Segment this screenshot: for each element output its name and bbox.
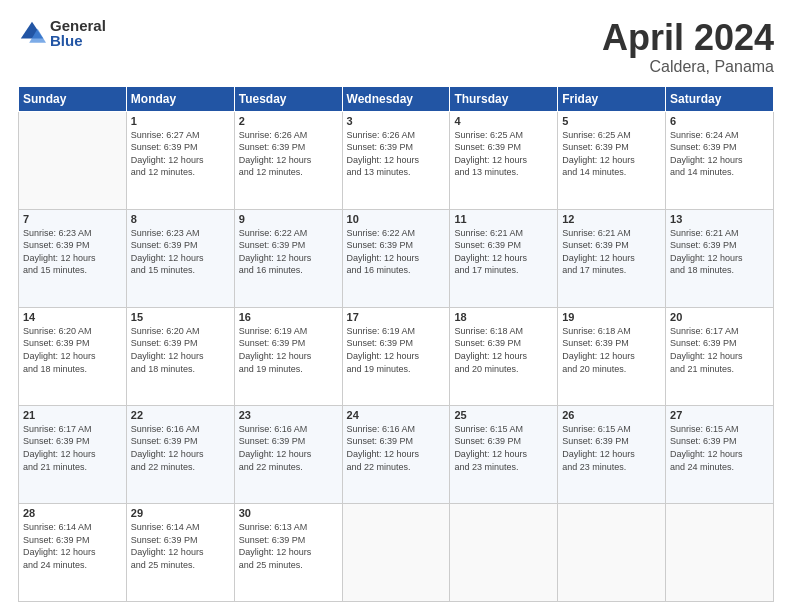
- day-number: 16: [239, 311, 338, 323]
- day-info: Sunrise: 6:19 AM Sunset: 6:39 PM Dayligh…: [347, 325, 446, 375]
- day-number: 13: [670, 213, 769, 225]
- day-info: Sunrise: 6:21 AM Sunset: 6:39 PM Dayligh…: [562, 227, 661, 277]
- day-cell: 3Sunrise: 6:26 AM Sunset: 6:39 PM Daylig…: [342, 111, 450, 209]
- day-number: 12: [562, 213, 661, 225]
- day-cell: 21Sunrise: 6:17 AM Sunset: 6:39 PM Dayli…: [19, 405, 127, 503]
- day-number: 2: [239, 115, 338, 127]
- day-cell: 19Sunrise: 6:18 AM Sunset: 6:39 PM Dayli…: [558, 307, 666, 405]
- day-number: 25: [454, 409, 553, 421]
- day-cell: 8Sunrise: 6:23 AM Sunset: 6:39 PM Daylig…: [126, 209, 234, 307]
- day-info: Sunrise: 6:15 AM Sunset: 6:39 PM Dayligh…: [562, 423, 661, 473]
- col-saturday: Saturday: [666, 86, 774, 111]
- week-row-5: 28Sunrise: 6:14 AM Sunset: 6:39 PM Dayli…: [19, 503, 774, 601]
- day-number: 17: [347, 311, 446, 323]
- day-info: Sunrise: 6:25 AM Sunset: 6:39 PM Dayligh…: [454, 129, 553, 179]
- day-cell: 9Sunrise: 6:22 AM Sunset: 6:39 PM Daylig…: [234, 209, 342, 307]
- day-info: Sunrise: 6:20 AM Sunset: 6:39 PM Dayligh…: [131, 325, 230, 375]
- day-info: Sunrise: 6:26 AM Sunset: 6:39 PM Dayligh…: [239, 129, 338, 179]
- day-number: 19: [562, 311, 661, 323]
- day-number: 5: [562, 115, 661, 127]
- logo: General Blue: [18, 18, 106, 48]
- day-number: 27: [670, 409, 769, 421]
- header: General Blue April 2024 Caldera, Panama: [18, 18, 774, 76]
- day-info: Sunrise: 6:16 AM Sunset: 6:39 PM Dayligh…: [347, 423, 446, 473]
- day-cell: 13Sunrise: 6:21 AM Sunset: 6:39 PM Dayli…: [666, 209, 774, 307]
- day-info: Sunrise: 6:14 AM Sunset: 6:39 PM Dayligh…: [23, 521, 122, 571]
- day-cell: 15Sunrise: 6:20 AM Sunset: 6:39 PM Dayli…: [126, 307, 234, 405]
- day-number: 26: [562, 409, 661, 421]
- day-info: Sunrise: 6:17 AM Sunset: 6:39 PM Dayligh…: [670, 325, 769, 375]
- day-cell: 26Sunrise: 6:15 AM Sunset: 6:39 PM Dayli…: [558, 405, 666, 503]
- day-cell: 4Sunrise: 6:25 AM Sunset: 6:39 PM Daylig…: [450, 111, 558, 209]
- day-cell: 25Sunrise: 6:15 AM Sunset: 6:39 PM Dayli…: [450, 405, 558, 503]
- day-cell: 1Sunrise: 6:27 AM Sunset: 6:39 PM Daylig…: [126, 111, 234, 209]
- day-info: Sunrise: 6:21 AM Sunset: 6:39 PM Dayligh…: [670, 227, 769, 277]
- day-info: Sunrise: 6:16 AM Sunset: 6:39 PM Dayligh…: [131, 423, 230, 473]
- day-cell: 6Sunrise: 6:24 AM Sunset: 6:39 PM Daylig…: [666, 111, 774, 209]
- day-info: Sunrise: 6:16 AM Sunset: 6:39 PM Dayligh…: [239, 423, 338, 473]
- day-cell: [666, 503, 774, 601]
- day-cell: 24Sunrise: 6:16 AM Sunset: 6:39 PM Dayli…: [342, 405, 450, 503]
- week-row-3: 14Sunrise: 6:20 AM Sunset: 6:39 PM Dayli…: [19, 307, 774, 405]
- calendar: Sunday Monday Tuesday Wednesday Thursday…: [18, 86, 774, 602]
- day-number: 3: [347, 115, 446, 127]
- col-friday: Friday: [558, 86, 666, 111]
- day-cell: 14Sunrise: 6:20 AM Sunset: 6:39 PM Dayli…: [19, 307, 127, 405]
- logo-blue-text: Blue: [50, 33, 106, 48]
- col-monday: Monday: [126, 86, 234, 111]
- day-number: 8: [131, 213, 230, 225]
- day-cell: 18Sunrise: 6:18 AM Sunset: 6:39 PM Dayli…: [450, 307, 558, 405]
- day-cell: [558, 503, 666, 601]
- week-row-2: 7Sunrise: 6:23 AM Sunset: 6:39 PM Daylig…: [19, 209, 774, 307]
- day-number: 20: [670, 311, 769, 323]
- day-info: Sunrise: 6:26 AM Sunset: 6:39 PM Dayligh…: [347, 129, 446, 179]
- day-number: 22: [131, 409, 230, 421]
- week-row-4: 21Sunrise: 6:17 AM Sunset: 6:39 PM Dayli…: [19, 405, 774, 503]
- page: General Blue April 2024 Caldera, Panama …: [0, 0, 792, 612]
- day-cell: 5Sunrise: 6:25 AM Sunset: 6:39 PM Daylig…: [558, 111, 666, 209]
- day-cell: 12Sunrise: 6:21 AM Sunset: 6:39 PM Dayli…: [558, 209, 666, 307]
- day-info: Sunrise: 6:24 AM Sunset: 6:39 PM Dayligh…: [670, 129, 769, 179]
- day-cell: 11Sunrise: 6:21 AM Sunset: 6:39 PM Dayli…: [450, 209, 558, 307]
- day-cell: 17Sunrise: 6:19 AM Sunset: 6:39 PM Dayli…: [342, 307, 450, 405]
- logo-general-text: General: [50, 18, 106, 33]
- logo-text: General Blue: [50, 18, 106, 48]
- day-info: Sunrise: 6:20 AM Sunset: 6:39 PM Dayligh…: [23, 325, 122, 375]
- day-number: 7: [23, 213, 122, 225]
- day-cell: 16Sunrise: 6:19 AM Sunset: 6:39 PM Dayli…: [234, 307, 342, 405]
- page-subtitle: Caldera, Panama: [602, 58, 774, 76]
- day-number: 29: [131, 507, 230, 519]
- day-cell: 20Sunrise: 6:17 AM Sunset: 6:39 PM Dayli…: [666, 307, 774, 405]
- day-number: 11: [454, 213, 553, 225]
- title-block: April 2024 Caldera, Panama: [602, 18, 774, 76]
- day-info: Sunrise: 6:14 AM Sunset: 6:39 PM Dayligh…: [131, 521, 230, 571]
- day-number: 6: [670, 115, 769, 127]
- day-info: Sunrise: 6:17 AM Sunset: 6:39 PM Dayligh…: [23, 423, 122, 473]
- day-number: 23: [239, 409, 338, 421]
- day-info: Sunrise: 6:25 AM Sunset: 6:39 PM Dayligh…: [562, 129, 661, 179]
- col-tuesday: Tuesday: [234, 86, 342, 111]
- day-cell: 23Sunrise: 6:16 AM Sunset: 6:39 PM Dayli…: [234, 405, 342, 503]
- day-info: Sunrise: 6:27 AM Sunset: 6:39 PM Dayligh…: [131, 129, 230, 179]
- day-info: Sunrise: 6:15 AM Sunset: 6:39 PM Dayligh…: [454, 423, 553, 473]
- day-number: 28: [23, 507, 122, 519]
- col-thursday: Thursday: [450, 86, 558, 111]
- day-cell: 10Sunrise: 6:22 AM Sunset: 6:39 PM Dayli…: [342, 209, 450, 307]
- day-cell: 27Sunrise: 6:15 AM Sunset: 6:39 PM Dayli…: [666, 405, 774, 503]
- day-number: 21: [23, 409, 122, 421]
- day-cell: [19, 111, 127, 209]
- header-row: Sunday Monday Tuesday Wednesday Thursday…: [19, 86, 774, 111]
- day-cell: 7Sunrise: 6:23 AM Sunset: 6:39 PM Daylig…: [19, 209, 127, 307]
- day-number: 10: [347, 213, 446, 225]
- week-row-1: 1Sunrise: 6:27 AM Sunset: 6:39 PM Daylig…: [19, 111, 774, 209]
- day-info: Sunrise: 6:18 AM Sunset: 6:39 PM Dayligh…: [562, 325, 661, 375]
- page-title: April 2024: [602, 18, 774, 58]
- day-cell: 30Sunrise: 6:13 AM Sunset: 6:39 PM Dayli…: [234, 503, 342, 601]
- day-info: Sunrise: 6:19 AM Sunset: 6:39 PM Dayligh…: [239, 325, 338, 375]
- day-number: 1: [131, 115, 230, 127]
- day-info: Sunrise: 6:23 AM Sunset: 6:39 PM Dayligh…: [131, 227, 230, 277]
- day-cell: [342, 503, 450, 601]
- logo-icon: [18, 19, 46, 47]
- day-info: Sunrise: 6:15 AM Sunset: 6:39 PM Dayligh…: [670, 423, 769, 473]
- day-info: Sunrise: 6:22 AM Sunset: 6:39 PM Dayligh…: [347, 227, 446, 277]
